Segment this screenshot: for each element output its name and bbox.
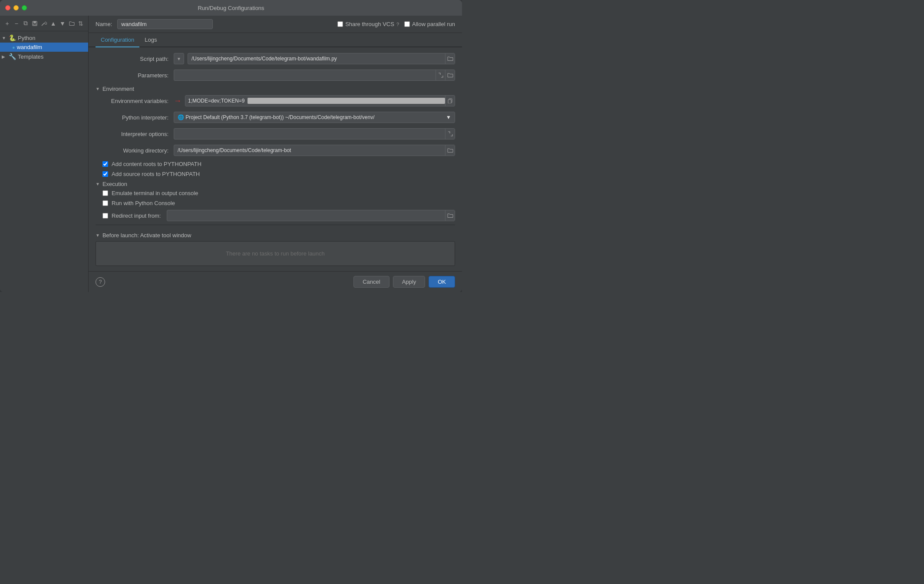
apply-button[interactable]: Apply xyxy=(393,276,426,288)
working-directory-input-container xyxy=(174,145,455,156)
redirect-input-checkbox[interactable] xyxy=(102,213,108,219)
svg-line-3 xyxy=(42,23,44,26)
execution-section-header[interactable]: ▼ Execution xyxy=(96,181,455,187)
title-bar: Run/Debug Configurations xyxy=(0,0,462,16)
parameters-expand-button[interactable] xyxy=(436,70,445,80)
add-content-roots-checkbox[interactable] xyxy=(102,161,108,167)
remove-config-button[interactable]: − xyxy=(13,19,20,28)
add-content-roots-row: Add content roots to PYTHONPATH xyxy=(102,161,455,167)
wrench-icon[interactable] xyxy=(40,19,48,28)
ok-button[interactable]: OK xyxy=(429,276,455,288)
parameters-field xyxy=(174,70,455,81)
redirect-browse-button[interactable] xyxy=(445,210,455,221)
python-interpreter-row: Python interpreter: 🌐 Project Default (P… xyxy=(96,111,455,123)
help-button[interactable]: ? xyxy=(96,277,105,287)
main-content: + − ⧉ ▲ ▼ xyxy=(0,16,462,292)
tab-logs[interactable]: Logs xyxy=(139,33,162,47)
maximize-button[interactable] xyxy=(22,5,27,10)
interpreter-options-input[interactable] xyxy=(174,129,445,138)
copy-config-button[interactable]: ⧉ xyxy=(22,19,29,28)
window-title: Run/Debug Configurations xyxy=(198,5,264,11)
allow-parallel-checkbox[interactable] xyxy=(404,21,410,27)
redirect-input-field[interactable] xyxy=(167,211,445,220)
script-path-input[interactable] xyxy=(188,53,445,64)
allow-parallel-group: Allow parallel run xyxy=(404,21,455,27)
env-variables-row: Environment variables: → 1;MODE=dev;TOKE… xyxy=(96,95,455,107)
run-python-console-row: Run with Python Console xyxy=(102,200,455,206)
share-vcs-label: Share through VCS xyxy=(345,21,394,27)
environment-section-header[interactable]: ▼ Environment xyxy=(96,86,455,92)
chevron-down-icon: ▼ xyxy=(2,36,7,40)
before-launch-header[interactable]: ▼ Before launch: Activate tool window xyxy=(96,232,455,239)
python-interpreter-value: 🌐 Project Default (Python 3.7 (telegram-… xyxy=(178,114,375,120)
move-down-button[interactable]: ▼ xyxy=(59,19,66,28)
emulate-terminal-label: Emulate terminal in output console xyxy=(112,190,198,196)
top-bar-right: Share through VCS ? Allow parallel run xyxy=(337,21,455,27)
share-vcs-help-icon[interactable]: ? xyxy=(396,22,399,27)
script-path-input-container xyxy=(188,53,455,64)
bottom-bar: ? Cancel Apply OK xyxy=(89,271,462,292)
minimize-button[interactable] xyxy=(13,5,19,10)
sort-button[interactable]: ⇅ xyxy=(77,19,85,28)
sidebar-item-wandafilm[interactable]: ● wandafilm xyxy=(0,43,88,52)
parameters-row: Parameters: xyxy=(96,69,455,81)
run-debug-configurations-window: Run/Debug Configurations + − ⧉ xyxy=(0,0,462,292)
script-path-row: Script path: ▼ xyxy=(96,53,455,65)
env-variables-label: Environment variables: xyxy=(96,98,174,104)
script-path-dropdown[interactable]: ▼ xyxy=(174,53,184,64)
form-area: Script path: ▼ xyxy=(89,47,462,271)
add-source-roots-checkbox[interactable] xyxy=(102,171,108,177)
interpreter-options-label: Interpreter options: xyxy=(96,131,174,137)
traffic-lights xyxy=(5,5,27,10)
env-variables-input-container: 1;MODE=dev;TOKEN=9 xyxy=(185,95,455,106)
working-directory-input[interactable] xyxy=(174,146,445,155)
help-icon: ? xyxy=(99,279,102,285)
before-launch-section: ▼ Before launch: Activate tool window Th… xyxy=(96,225,455,266)
environment-chevron-icon: ▼ xyxy=(96,86,100,91)
interpreter-options-input-container xyxy=(174,128,455,139)
env-copy-button[interactable] xyxy=(445,96,455,106)
working-directory-row: Working directory: xyxy=(96,144,455,156)
working-directory-browse-button[interactable] xyxy=(445,145,455,156)
name-label: Name: xyxy=(96,21,112,27)
share-vcs-checkbox[interactable] xyxy=(337,21,343,27)
tab-configuration[interactable]: Configuration xyxy=(96,33,139,47)
save-config-button[interactable] xyxy=(31,19,39,28)
before-launch-empty-area: There are no tasks to run before launch xyxy=(96,241,455,266)
add-config-button[interactable]: + xyxy=(3,19,11,28)
script-path-label: Script path: xyxy=(96,56,174,62)
parameters-browse-button[interactable] xyxy=(445,70,455,80)
sidebar-item-python[interactable]: ▼ 🐍 Python xyxy=(0,33,88,43)
script-path-browse-button[interactable] xyxy=(445,53,455,64)
svg-rect-2 xyxy=(33,24,36,25)
env-value-text: 1;MODE=dev;TOKEN=9 xyxy=(185,96,248,105)
before-launch-chevron-icon: ▼ xyxy=(96,233,100,238)
run-config-icon: ● xyxy=(12,45,15,50)
run-python-console-label: Run with Python Console xyxy=(112,200,175,206)
python-icon: 🐍 xyxy=(9,34,16,41)
working-directory-field xyxy=(174,145,455,156)
allow-parallel-label: Allow parallel run xyxy=(412,21,455,27)
sidebar-item-templates[interactable]: ▶ 🔧 Templates xyxy=(0,52,88,61)
add-source-roots-label: Add source roots to PYTHONPATH xyxy=(112,171,200,177)
svg-rect-1 xyxy=(33,21,36,23)
python-interpreter-dropdown[interactable]: 🌐 Project Default (Python 3.7 (telegram-… xyxy=(174,112,455,123)
emulate-terminal-row: Emulate terminal in output console xyxy=(102,190,455,196)
execution-title: Execution xyxy=(102,181,127,187)
top-bar: Name: Share through VCS ? Allow parallel… xyxy=(89,16,462,33)
move-up-button[interactable]: ▲ xyxy=(50,19,57,28)
name-input[interactable] xyxy=(117,19,213,29)
environment-title: Environment xyxy=(102,86,134,92)
run-python-console-checkbox[interactable] xyxy=(102,200,108,206)
working-directory-label: Working directory: xyxy=(96,147,174,154)
share-vcs-group: Share through VCS ? xyxy=(337,21,399,27)
browse-folder-button[interactable] xyxy=(68,19,76,28)
templates-icon: 🔧 xyxy=(9,53,16,60)
env-masked-value xyxy=(248,98,446,104)
close-button[interactable] xyxy=(5,5,10,10)
parameters-input[interactable] xyxy=(174,71,436,80)
interpreter-options-expand-button[interactable] xyxy=(445,129,455,139)
cancel-button[interactable]: Cancel xyxy=(353,276,389,288)
redirect-input-container xyxy=(167,210,455,221)
emulate-terminal-checkbox[interactable] xyxy=(102,190,108,196)
